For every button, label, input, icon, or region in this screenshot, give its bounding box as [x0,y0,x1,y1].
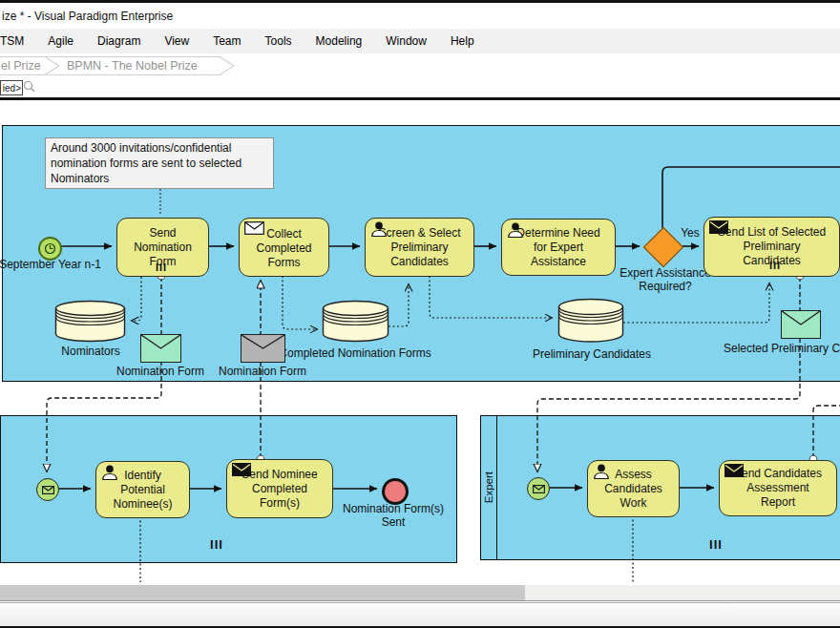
datastore-nominators[interactable] [54,300,126,343]
task-collect-completed-forms[interactable]: Collect Completed Forms [239,218,329,277]
toolbar-divider [0,97,840,100]
task-label: Send Candidates Assessment Report [730,467,826,510]
task-label: Determine Need for Expert Assistance [511,226,606,269]
user-icon [370,221,388,237]
envelope-flap [141,335,180,350]
send-envelope-icon [724,464,744,477]
envelope-selected-preliminary[interactable] [781,310,821,339]
pool-expert-label: Expert [483,471,494,503]
envelope-nomination-form-green[interactable] [140,334,181,363]
end-event-nomination-sent[interactable] [382,478,409,505]
menu-item-tools[interactable]: Tools [265,34,292,48]
receive-envelope-icon [244,221,264,235]
clock-icon [44,242,56,255]
message-icon [533,485,545,493]
horizontal-scrollbar[interactable] [0,585,840,601]
task-assess-candidates-work[interactable]: Assess Candidates Work [587,460,680,517]
multi-instance-marker: III [150,262,173,273]
pool-multi-instance-marker: III [699,537,733,552]
status-bar [0,602,840,627]
user-icon [101,465,118,480]
send-envelope-icon [709,220,728,234]
pool-expert-band[interactable]: Expert [481,416,497,559]
task-send-candidates-assessment[interactable]: Send Candidates Assessment Report [719,460,837,516]
timer-start-label: September Year n-1 [0,258,105,271]
task-send-nominee-completed-forms[interactable]: Send Nominee Completed Form(s) [226,459,333,518]
breadcrumb: el Prize BPMN - The Nobel Prize [0,53,840,78]
annotation-note[interactable]: Around 3000 invitations/confidential nom… [45,137,274,189]
menu-item-help[interactable]: Help [451,34,474,48]
menu-item-view[interactable]: View [164,34,189,48]
envelope-label: Nomination Form [205,365,320,378]
task-screen-select-candidates[interactable]: Screen & Select Preliminary Candidates [365,218,474,277]
menu-item-team[interactable]: Team [213,34,241,48]
menu-bar: TSM Agile Diagram View Team Tools Modeli… [0,29,840,53]
message-icon [42,486,54,494]
breadcrumb-item-diagram[interactable]: BPMN - The Nobel Prize [67,59,198,73]
task-determine-need-expert[interactable]: Determine Need for Expert Assistance [501,219,616,276]
envelope-flap [782,311,820,326]
zoom-field[interactable]: ied> [0,80,23,95]
menu-item-tsm[interactable]: TSM [0,34,24,48]
task-label: Assess Candidates Work [600,468,667,511]
magnifier-icon[interactable] [23,80,36,94]
quick-access-bar: ied> [0,78,840,97]
window-title: ize * - Visual Paradigm Enterprise [2,10,173,23]
envelope-flap [242,335,284,350]
datastore-completed-forms-label: Completed Nomination Forms [279,346,431,360]
send-envelope-icon [232,463,251,476]
datastore-preliminary-candidates[interactable] [557,298,624,344]
menu-item-diagram[interactable]: Diagram [97,34,140,48]
menu-item-agile[interactable]: Agile [48,34,74,48]
task-identify-potential-nominees[interactable]: Identify Potential Nominee(s) [95,461,190,518]
multi-instance-marker: III [764,260,787,271]
datastore-nominators-label: Nominators [43,345,138,358]
envelope-nomination-form-gray[interactable] [241,334,285,363]
breadcrumb-item-project[interactable]: el Prize [1,59,41,73]
user-icon [507,222,524,238]
title-bar: ize * - Visual Paradigm Enterprise [0,3,840,29]
envelope-label: Selected Preliminary Candidates [724,342,840,355]
gateway-yes-label: Yes [679,226,702,240]
datastore-completed-forms[interactable] [322,300,389,343]
application-window: ize * - Visual Paradigm Enterprise TSM A… [0,0,840,628]
envelope-label: Nomination Form [103,365,218,378]
pool-multi-instance-marker: III [200,537,234,552]
gateway-label: Expert Assistance Required? [615,266,716,293]
message-start-event-expert[interactable] [527,477,550,500]
datastore-preliminary-label: Preliminary Candidates [532,347,652,361]
horizontal-scrollbar-thumb[interactable] [0,585,525,600]
menu-item-modeling[interactable]: Modeling [316,34,363,48]
user-icon [593,464,610,479]
end-event-label: Nomination Form(s) Sent [336,502,451,529]
message-start-event-nominator[interactable] [36,478,59,501]
menu-item-window[interactable]: Window [386,34,427,48]
